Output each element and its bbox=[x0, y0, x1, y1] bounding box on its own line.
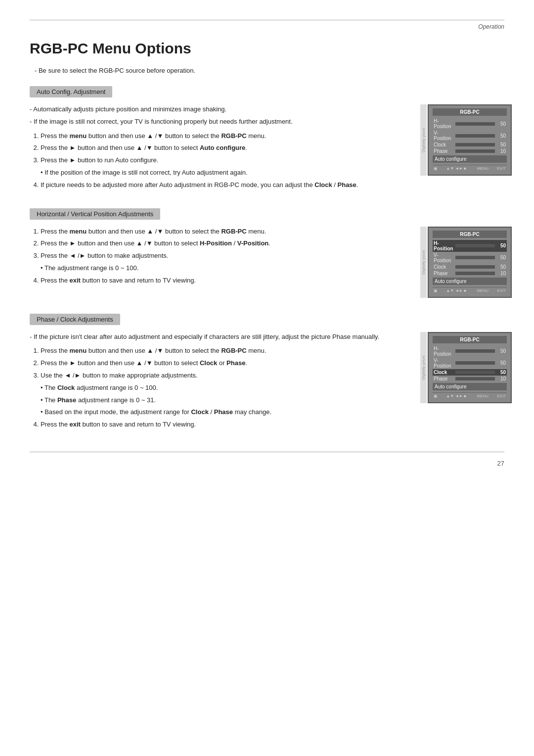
tv-menu-title-1: RGB-PC bbox=[433, 108, 507, 116]
hv-step-3: Press the ◄ /► button to make adjustment… bbox=[41, 251, 410, 274]
hv-position-section: Horizontal / Vertical Position Adjustmen… bbox=[30, 208, 504, 298]
phase-clock-text: If the picture isn't clear after auto ad… bbox=[30, 332, 410, 432]
auto-config-step-2: Press the ► button and then use ▲ /▼ but… bbox=[41, 143, 410, 153]
phase-clock-sub-3: Based on the input mode, the adjustment … bbox=[41, 407, 410, 418]
page-number: 27 bbox=[497, 460, 504, 467]
tv-icons-row-2: ▣ ▲▼ ◄► ■ MENU EXIT bbox=[433, 287, 507, 294]
tv-row-clock-2: Clock 50 bbox=[433, 264, 507, 270]
phase-clock-tv-menu: Digitally yours RGB-PC H-Position 50 bbox=[420, 332, 504, 403]
hv-step-2: Press the ► button and then use ▲ /▼ but… bbox=[41, 238, 410, 249]
phase-clock-bullet: If the picture isn't clear after auto ad… bbox=[30, 332, 410, 342]
tv-menu-title-2: RGB-PC bbox=[433, 231, 507, 238]
phase-clock-step-1: Press the menu button and then use ▲ /▼ … bbox=[41, 346, 410, 356]
operation-label: Operation bbox=[30, 23, 504, 30]
tv-icons-row-3: ▣ ▲▼ ◄► ■ MENU EXIT bbox=[433, 392, 507, 399]
tv-side-label-1: Digitally yours bbox=[420, 104, 427, 176]
bottom-rule bbox=[30, 452, 504, 452]
phase-clock-step-4: Press the exit button to save and return… bbox=[41, 420, 410, 430]
phase-clock-step-2: Press the ► button and then use ▲ /▼ but… bbox=[41, 358, 410, 369]
tv-row-clock-1: Clock 50 bbox=[433, 142, 507, 148]
tv-icons-row-1: ▣ ▲▼ ◄► ■ MENU EXIT bbox=[433, 165, 507, 172]
auto-config-tv-menu: Digitally yours RGB-PC H-Position 50 bbox=[420, 104, 504, 176]
hv-position-tv-menu: Digitally yours RGB-PC H-Position 50 bbox=[420, 227, 504, 298]
auto-config-header: Auto Config. Adjustment bbox=[30, 86, 112, 97]
tv-row-hpos-1: H-Position 50 bbox=[433, 118, 507, 130]
tv-row-vpos-2: V-Position 50 bbox=[433, 252, 507, 264]
tv-side-label-2: Digitally yours bbox=[420, 227, 427, 298]
tv-row-vpos-1: V-Position 50 bbox=[433, 130, 507, 142]
tv-row-hpos-3: H-Position 50 bbox=[433, 345, 507, 357]
tv-row-phase-1: Phase 10 bbox=[433, 148, 507, 154]
auto-config-section: Auto Config. Adjustment Automatically ad… bbox=[30, 86, 504, 192]
tv-highlighted-2: Auto configure bbox=[433, 278, 507, 285]
phase-clock-sub-2: The Phase adjustment range is 0 ~ 31. bbox=[41, 395, 410, 406]
tv-menu-title-3: RGB-PC bbox=[433, 336, 507, 343]
hv-position-text: Press the menu button and then use ▲ /▼ … bbox=[30, 227, 410, 288]
tv-highlighted-1: Auto configure bbox=[433, 155, 507, 163]
tv-row-vpos-3: V-Position 50 bbox=[433, 357, 507, 369]
hv-step-4: Press the exit button to save and return… bbox=[41, 276, 410, 286]
phase-clock-sub-1: The Clock adjustment range is 0 ~ 100. bbox=[41, 383, 410, 393]
intro-text: - Be sure to select the RGB-PC source be… bbox=[30, 67, 504, 74]
auto-config-step-1: Press the menu button and then use ▲ /▼ … bbox=[41, 131, 410, 142]
page-title: RGB-PC Menu Options bbox=[30, 40, 504, 57]
tv-row-clock-3: Clock 50 bbox=[433, 369, 507, 376]
tv-row-phase-3: Phase 10 bbox=[433, 376, 507, 382]
auto-config-step-3-sub: If the position of the image is still no… bbox=[41, 168, 410, 178]
tv-highlighted-3: Auto configure bbox=[433, 383, 507, 390]
hv-step-3-sub: The adjustment range is 0 ~ 100. bbox=[41, 263, 410, 274]
auto-config-bullet-1: Automatically adjusts picture position a… bbox=[30, 104, 410, 115]
hv-position-header: Horizontal / Vertical Position Adjustmen… bbox=[30, 208, 160, 220]
phase-clock-header: Phase / Clock Adjustments bbox=[30, 314, 120, 325]
tv-row-phase-2: Phase 10 bbox=[433, 270, 507, 277]
hv-step-1: Press the menu button and then use ▲ /▼ … bbox=[41, 227, 410, 237]
tv-row-hpos-2: H-Position 50 bbox=[433, 240, 507, 252]
phase-clock-section: Phase / Clock Adjustments If the picture… bbox=[30, 314, 504, 432]
auto-config-step-3: Press the ► button to run Auto configure… bbox=[41, 155, 410, 178]
auto-config-bullet-2: If the image is still not correct, your … bbox=[30, 117, 410, 127]
auto-config-step-4: If picture needs to be adjusted more aft… bbox=[41, 180, 410, 190]
phase-clock-step-3: Use the ◄ /► button to make appropriate … bbox=[41, 371, 410, 418]
auto-config-text: Automatically adjusts picture position a… bbox=[30, 104, 410, 192]
top-rule bbox=[30, 20, 504, 20]
tv-side-label-3: Digitally yours bbox=[420, 332, 427, 403]
